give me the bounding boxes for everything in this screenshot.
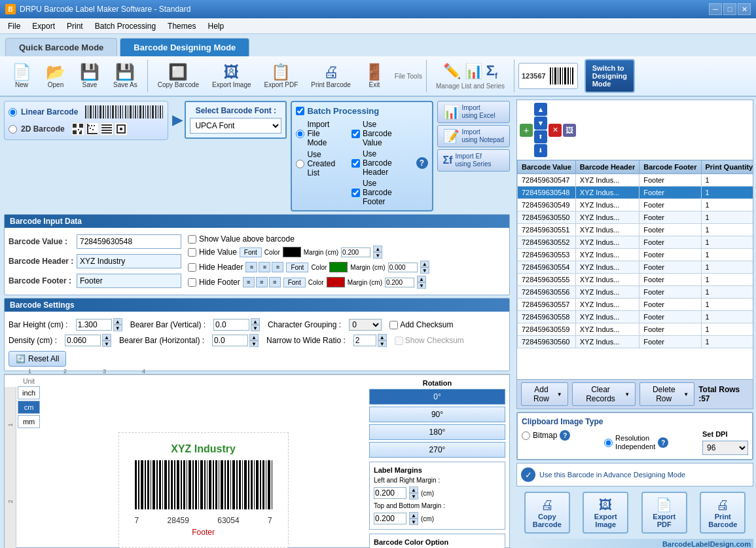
export-image-action[interactable]: 🖼 ExportImage bbox=[583, 492, 628, 534]
table-row[interactable]: 728459630555XYZ Indus...Footer1 bbox=[518, 274, 753, 286]
footer-margin-input[interactable] bbox=[385, 278, 414, 287]
new-button[interactable]: 📄 New bbox=[5, 61, 38, 92]
lr-margin-down[interactable]: ▼ bbox=[409, 493, 418, 500]
rotation-180-button[interactable]: 180° bbox=[369, 424, 505, 440]
unit-mm-button[interactable]: mm bbox=[18, 415, 40, 428]
add-checksum-checkbox[interactable] bbox=[389, 321, 398, 329]
table-row[interactable]: 728459630554XYZ Indus...Footer1 bbox=[518, 261, 753, 274]
header-align-left[interactable]: ≡ bbox=[245, 262, 257, 272]
footer-margin-up[interactable]: ▲ bbox=[417, 276, 426, 282]
barcode-footer-input[interactable] bbox=[77, 274, 181, 288]
export-pdf-action[interactable]: 📄 ExportPDF bbox=[641, 492, 687, 534]
table-row[interactable]: 728459630549XYZ Indus...Footer1 bbox=[518, 199, 753, 211]
move-down-icon[interactable]: ▼ bbox=[534, 117, 547, 130]
value-margin-input[interactable] bbox=[341, 247, 370, 257]
hide-footer-checkbox[interactable] bbox=[188, 278, 196, 287]
narrow-wide-up[interactable]: ▲ bbox=[378, 334, 387, 340]
exit-button[interactable]: 🚪 Exit bbox=[358, 61, 391, 92]
resolution-label[interactable]: ResolutionIndependent ? bbox=[604, 434, 668, 451]
import-notepad-button[interactable]: 📝 Importusing Notepad bbox=[437, 125, 511, 147]
maximize-button[interactable]: □ bbox=[723, 3, 736, 15]
table-row[interactable]: 728459630560XYZ Indus...Footer1 bbox=[518, 336, 753, 348]
delete-row-button[interactable]: Delete Row ▼ bbox=[639, 382, 694, 406]
use-created-radio[interactable] bbox=[296, 160, 304, 168]
delete-row-icon[interactable]: ✕ bbox=[549, 124, 562, 137]
narrow-wide-down[interactable]: ▼ bbox=[378, 340, 387, 347]
linear-barcode-radio[interactable] bbox=[9, 108, 17, 117]
char-group-select[interactable]: 0 bbox=[349, 319, 382, 331]
move-bottom-icon[interactable]: ⬇ bbox=[534, 144, 547, 157]
tb-margin-up[interactable]: ▲ bbox=[409, 512, 418, 519]
use-value-checkbox[interactable] bbox=[351, 130, 360, 138]
use-footer-checkbox[interactable] bbox=[351, 189, 360, 197]
barcode-value-input[interactable] bbox=[77, 234, 181, 249]
bitmap-label[interactable]: Bitmap ? bbox=[522, 430, 570, 441]
tab-quick[interactable]: Quick Barcode Mode bbox=[5, 38, 117, 56]
header-margin-down[interactable]: ▼ bbox=[420, 267, 429, 274]
table-row[interactable]: 728459630556XYZ Indus...Footer1 bbox=[518, 286, 753, 299]
reset-all-button[interactable]: 🔄 Reset All bbox=[9, 351, 66, 367]
open-button[interactable]: 📂 Open bbox=[39, 61, 72, 92]
menu-help[interactable]: Help bbox=[202, 20, 229, 32]
table-row[interactable]: 728459630552XYZ Indus...Footer1 bbox=[518, 236, 753, 249]
bitmap-radio[interactable] bbox=[522, 431, 530, 440]
export-pdf-button[interactable]: 📋 Export PDF bbox=[259, 61, 304, 92]
add-checksum-label[interactable]: Add Checksum bbox=[389, 320, 453, 329]
bar-height-input[interactable] bbox=[76, 319, 112, 331]
table-row[interactable]: 728459630551XYZ Indus...Footer1 bbox=[518, 224, 753, 236]
import-file-radio[interactable] bbox=[296, 130, 304, 138]
footer-align-center[interactable]: ≡ bbox=[256, 277, 268, 287]
save-as-button[interactable]: 💾 Save As bbox=[107, 61, 143, 92]
tb-margin-input[interactable] bbox=[374, 513, 406, 524]
copy-barcode-button[interactable]: 🔲 Copy Barcode bbox=[152, 61, 205, 92]
import-excel-button[interactable]: 📊 Importusing Excel bbox=[437, 101, 511, 123]
tb-margin-down[interactable]: ▼ bbox=[409, 519, 418, 525]
tab-designing[interactable]: Barcode Designing Mode bbox=[120, 38, 249, 56]
bearer-v-down[interactable]: ▼ bbox=[251, 325, 260, 331]
table-row[interactable]: 728459630550XYZ Indus...Footer1 bbox=[518, 211, 753, 224]
bearer-v-up[interactable]: ▲ bbox=[251, 318, 260, 325]
minimize-button[interactable]: ─ bbox=[709, 3, 722, 15]
density-down[interactable]: ▼ bbox=[102, 340, 111, 347]
import-series-button[interactable]: Σf Import Efusing Series bbox=[437, 149, 511, 172]
import-file-mode-label[interactable]: Import File Mode bbox=[296, 120, 341, 147]
rotation-0-button[interactable]: 0° bbox=[369, 389, 505, 405]
bearer-h-input[interactable] bbox=[212, 335, 248, 346]
table-row[interactable]: 728459630557XYZ Indus...Footer1 bbox=[518, 299, 753, 311]
resolution-radio[interactable] bbox=[604, 439, 613, 447]
rotation-90-button[interactable]: 90° bbox=[369, 407, 505, 422]
twod-barcode-radio[interactable] bbox=[9, 125, 17, 134]
menu-file[interactable]: File bbox=[3, 20, 26, 32]
table-row[interactable]: 728459630547XYZ Indus...Footer1 bbox=[518, 174, 753, 187]
use-barcode-footer-label[interactable]: Use Barcode Footer bbox=[351, 179, 406, 206]
density-input[interactable] bbox=[65, 335, 101, 346]
menu-batch[interactable]: Batch Processing bbox=[90, 20, 161, 32]
value-margin-up[interactable]: ▲ bbox=[373, 246, 382, 252]
lr-margin-input[interactable] bbox=[374, 487, 406, 499]
use-barcode-value-label[interactable]: Use Barcode Value bbox=[351, 120, 406, 147]
resolution-info-icon[interactable]: ? bbox=[658, 437, 668, 448]
table-row[interactable]: 728459630558XYZ Indus...Footer1 bbox=[518, 311, 753, 323]
value-font-button[interactable]: Font bbox=[240, 247, 262, 257]
unit-inch-button[interactable]: inch bbox=[18, 386, 40, 399]
density-up[interactable]: ▲ bbox=[102, 334, 111, 340]
narrow-wide-input[interactable] bbox=[353, 335, 376, 346]
image-icon[interactable]: 🖼 bbox=[563, 124, 576, 137]
move-up-icon[interactable]: ▲ bbox=[534, 103, 547, 116]
footer-align-left[interactable]: ≡ bbox=[243, 277, 255, 287]
rotation-270-button[interactable]: 270° bbox=[369, 442, 505, 458]
use-barcode-header-label[interactable]: Use Barcode Header bbox=[351, 149, 406, 177]
batch-enabled-checkbox[interactable] bbox=[296, 107, 304, 115]
bitmap-info-icon[interactable]: ? bbox=[560, 430, 570, 441]
print-barcode-button[interactable]: 🖨 Print Barcode bbox=[305, 61, 357, 92]
print-barcode-action[interactable]: 🖨 PrintBarcode bbox=[700, 492, 746, 534]
save-button[interactable]: 💾 Save bbox=[73, 61, 106, 92]
unit-cm-button[interactable]: cm bbox=[18, 401, 40, 414]
menu-print[interactable]: Print bbox=[62, 20, 88, 32]
menu-export[interactable]: Export bbox=[27, 20, 60, 32]
hide-header-checkbox[interactable] bbox=[188, 263, 196, 272]
barcode-header-input[interactable] bbox=[77, 254, 181, 268]
bearer-v-input[interactable] bbox=[213, 319, 249, 331]
table-row[interactable]: 728459630559XYZ Indus...Footer1 bbox=[518, 323, 753, 336]
header-margin-up[interactable]: ▲ bbox=[420, 261, 429, 267]
